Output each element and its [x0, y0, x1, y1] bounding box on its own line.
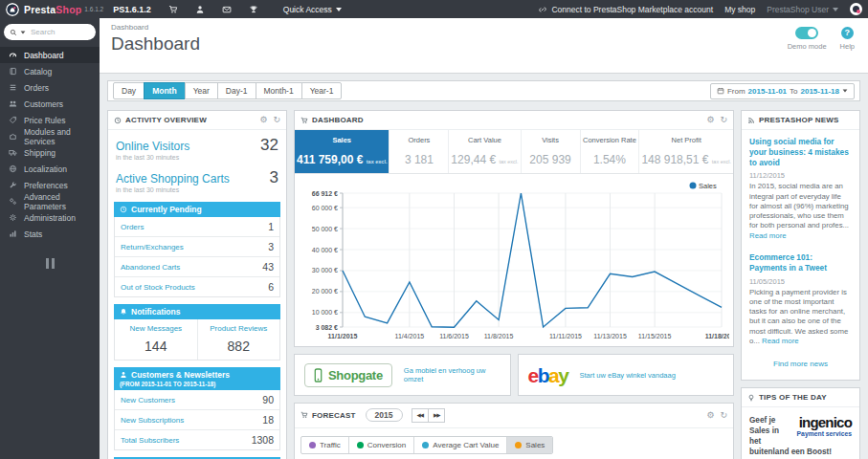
panel-settings-icon[interactable]: ⚙ [706, 411, 714, 420]
chevron-down-icon [843, 89, 848, 92]
customers-rows: New Customers 90 New Subscriptions 18 To… [114, 390, 280, 450]
book-icon [9, 67, 17, 76]
customer-icon[interactable] [195, 5, 205, 14]
prestashop-logo-icon[interactable] [6, 3, 19, 16]
news-article-title[interactable]: Ecommerce 101: Payments in a Tweet [749, 252, 852, 273]
collapse-menu-icon[interactable] [0, 255, 100, 273]
legend-traffic[interactable]: Traffic [301, 437, 348, 453]
legend-conversion[interactable]: Conversion [348, 437, 413, 453]
sidebar-item-customers[interactable]: Customers [0, 96, 100, 112]
customers-newsletters-header: Customers & Newsletters (FROM 2015-11-01… [114, 367, 280, 390]
legend-sales[interactable]: Sales [506, 437, 552, 453]
shopgate-logo[interactable]: Shopgate [304, 363, 392, 387]
panel-refresh-icon[interactable]: ↻ [273, 116, 280, 124]
product-reviews-cell: Product Reviews 882 [197, 319, 280, 360]
shopgate-promo-link[interactable]: Ga mobiel en verhoog uw omzet [404, 366, 501, 383]
help-icon[interactable]: ? [841, 27, 854, 39]
panel-settings-icon[interactable]: ⚙ [259, 116, 267, 124]
sidebar-item-shipping[interactable]: Shipping [0, 144, 100, 161]
demo-mode-toggle[interactable] [795, 27, 818, 39]
notifications-header: Notifications [114, 304, 280, 319]
chevron-down-icon [833, 8, 838, 11]
sidebar-item-localization[interactable]: Localization [0, 161, 100, 177]
svg-text:11/6/2015: 11/6/2015 [439, 333, 469, 339]
ebay-logo[interactable]: ebay [528, 365, 568, 385]
abandoned-carts-link[interactable]: Abandoned Carts [121, 263, 180, 272]
search-input[interactable] [29, 27, 80, 37]
active-shopping-carts-link[interactable]: Active Shopping Carts [116, 172, 230, 186]
news-article: Using social media for your business: 4 … [749, 137, 852, 241]
sidebar-item-administration[interactable]: Administration [0, 209, 100, 226]
kpi-sales[interactable]: Sales 411 759,00 € tax excl. [295, 130, 389, 173]
new-messages-link[interactable]: New Messages [117, 324, 195, 333]
cart-icon[interactable] [168, 5, 178, 14]
search-icon[interactable] [10, 29, 17, 36]
sidebar-item-catalog[interactable]: Catalog [0, 63, 100, 79]
cart-icon [300, 411, 308, 419]
range-day-button[interactable]: Day [113, 82, 145, 99]
fast-backward-icon[interactable]: ◀◀ [412, 408, 429, 423]
product-reviews-link[interactable]: Product Reviews [200, 324, 278, 333]
new-customers-link[interactable]: New Customers [121, 396, 175, 404]
news-article-excerpt: Picking a payment provider is one of the… [749, 288, 852, 347]
orders-link[interactable]: Orders [121, 223, 144, 231]
quick-access-menu[interactable]: Quick Access [283, 5, 342, 14]
find-more-news-link[interactable]: Find more news [742, 348, 859, 380]
range-year-button[interactable]: Year [185, 82, 218, 99]
panel-refresh-icon[interactable]: ↻ [720, 116, 727, 124]
sidebar-item-advanced-parameters[interactable]: Advanced Parameters [0, 193, 100, 209]
kpi-net-profit[interactable]: Net Profit 148 918,51 € tax excl. [638, 130, 733, 173]
active-shopping-carts-value: 3 [270, 168, 278, 187]
sidebar-item-orders[interactable]: Orders [0, 79, 100, 96]
new-subscriptions-link[interactable]: New Subscriptions [121, 416, 184, 425]
ebay-promo-link[interactable]: Start uw eBay winkel vandaag [579, 371, 675, 380]
sidebar-item-modules-and-services[interactable]: Modules and Services [0, 128, 100, 144]
brand-name[interactable]: PrestaShop [24, 4, 81, 15]
ingenico-logo[interactable]: ingenico Payment services [785, 415, 852, 437]
range-day-1-button[interactable]: Day-1 [217, 82, 256, 99]
returns-link[interactable]: Return/Exchanges [121, 243, 184, 251]
sidebar-item-dashboard[interactable]: Dashboard [0, 47, 100, 63]
range-button-group: Day Month Year Day-1 Month-1 Year-1 [113, 82, 342, 99]
person-icon [120, 371, 127, 379]
out-of-stock-link[interactable]: Out of Stock Products [121, 283, 195, 292]
sidebar-search[interactable] [4, 24, 96, 40]
total-subscribers-link[interactable]: Total Subscribers [121, 436, 179, 445]
panel-settings-icon[interactable]: ⚙ [706, 116, 714, 124]
kpi-visits[interactable]: Visits 205 939 [521, 130, 580, 173]
svg-text:20 000 €: 20 000 € [312, 288, 338, 295]
sidebar-item-stats[interactable]: Stats [0, 226, 100, 242]
kpi-row: Sales 411 759,00 € tax excl. Orders 3 18… [295, 130, 733, 174]
range-year-1-button[interactable]: Year-1 [301, 82, 343, 99]
sidebar-item-preferences[interactable]: Preferences [0, 177, 100, 193]
legend-average-cart-value[interactable]: Average Cart Value [413, 437, 506, 453]
kpi-conversion-rate[interactable]: Conversion Rate 1.54% [580, 130, 639, 173]
news-article-title[interactable]: Using social media for your business: 4 … [749, 137, 852, 167]
kpi-orders[interactable]: Orders 3 181 [389, 130, 448, 173]
read-more-link[interactable]: Read more [762, 337, 799, 345]
marketplace-connect-link[interactable]: Connect to PrestaShop Marketplace accoun… [538, 5, 713, 14]
online-visitors-link[interactable]: Online Visitors [116, 140, 189, 153]
read-more-link[interactable]: Read more [749, 231, 787, 240]
news-article-excerpt: In 2015, social media are an integral pa… [749, 182, 852, 241]
user-avatar[interactable] [850, 3, 862, 15]
kpi-cart-value[interactable]: Cart Value 129,44 € tax excl. [448, 130, 520, 173]
range-month-button[interactable]: Month [144, 82, 186, 99]
fast-forward-icon[interactable]: ▶▶ [428, 408, 445, 423]
user-menu[interactable]: PrestaShop User [767, 5, 838, 14]
my-shop-link[interactable]: My shop [724, 5, 755, 14]
range-month-1-button[interactable]: Month-1 [256, 82, 302, 99]
date-range-picker[interactable]: From 2015-11-01 To 2015-11-18 [710, 83, 855, 99]
sidebar-item-price-rules[interactable]: Price Rules [0, 112, 100, 128]
panel-refresh-icon[interactable]: ↻ [720, 411, 727, 420]
forecast-legend: Traffic Conversion Average Cart Value [295, 428, 733, 459]
search-scope-caret-icon[interactable] [21, 31, 26, 33]
main-area: Dashboard Dashboard Demo mode ? Help Day… [100, 18, 868, 459]
pending-rows: Orders 1 Return/Exchanges 3 Abandoned Ca… [114, 217, 280, 297]
trophy-icon[interactable] [249, 5, 258, 14]
table-row: Total Subscribers 1308 [115, 429, 279, 449]
mail-icon[interactable] [222, 5, 232, 14]
forecast-year-label: 2015 [366, 408, 403, 422]
breadcrumb[interactable]: Dashboard [111, 23, 857, 32]
page-title: Dashboard [111, 33, 857, 55]
